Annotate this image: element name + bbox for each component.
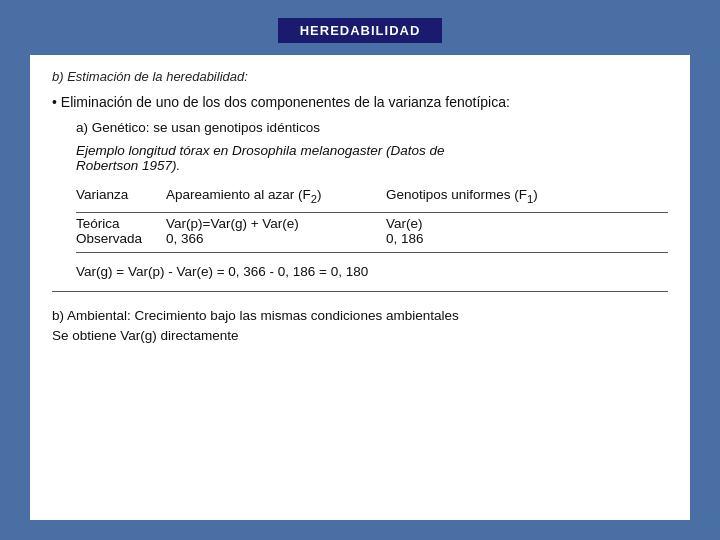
table-header: Varianza Apareamiento al azar (F2) Genot… <box>76 187 668 209</box>
table-row-teorica: Teórica Var(p)=Var(g) + Var(e) Var(e) <box>76 216 668 231</box>
bottom-line2: Se obtiene Var(g) directamente <box>52 326 668 346</box>
subtitle: b) Estimación de la heredabilidad: <box>52 69 668 84</box>
header-col1: Varianza <box>76 187 166 205</box>
formula: Var(g) = Var(p) - Var(e) = 0, 366 - 0, 1… <box>76 264 668 279</box>
bottom-divider <box>52 291 668 292</box>
row2-col1: Observada <box>76 231 166 246</box>
table-row-observada: Observada 0, 366 0, 186 <box>76 231 668 246</box>
header-col3: Genotipos uniformes (F1) <box>386 187 606 205</box>
example-line2: Robertson 1957). <box>76 158 180 173</box>
bottom-text: b) Ambiental: Crecimiento bajo las misma… <box>52 306 668 347</box>
content-area: b) Estimación de la heredabilidad: • Eli… <box>30 55 690 520</box>
indent-a: a) Genético: se usan genotipos idénticos <box>76 120 668 135</box>
example-after: melanogaster (Datos de <box>297 143 445 158</box>
table-divider-bottom <box>76 252 668 253</box>
species-name: Drosophila <box>232 143 297 158</box>
bottom-line1: b) Ambiental: Crecimiento bajo las misma… <box>52 306 668 326</box>
row1-col1: Teórica <box>76 216 166 231</box>
bullet-main: • Eliminación de uno de los dos componen… <box>52 94 668 110</box>
row2-col3: 0, 186 <box>386 231 606 246</box>
table-divider-top <box>76 212 668 213</box>
header-col2: Apareamiento al azar (F2) <box>166 187 386 205</box>
row1-col3: Var(e) <box>386 216 606 231</box>
row1-col2: Var(p)=Var(g) + Var(e) <box>166 216 386 231</box>
variance-table: Varianza Apareamiento al azar (F2) Genot… <box>76 187 668 256</box>
example-line: Ejemplo longitud tórax en Drosophila mel… <box>76 143 668 173</box>
example-before: Ejemplo longitud tórax en <box>76 143 232 158</box>
row2-col2: 0, 366 <box>166 231 386 246</box>
slide-title: HEREDABILIDAD <box>278 18 443 43</box>
